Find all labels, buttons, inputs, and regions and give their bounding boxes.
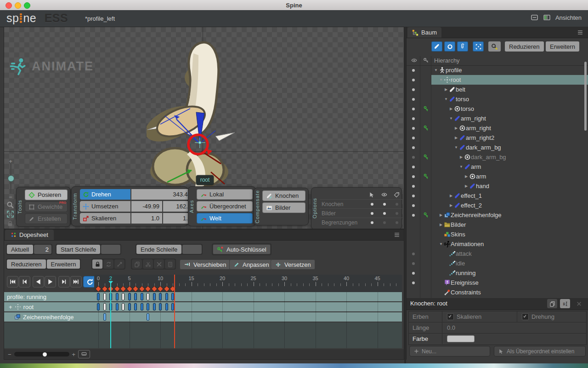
tree-row-arm[interactable]: ▼arm <box>407 162 588 172</box>
option-dot[interactable] <box>383 203 386 206</box>
animation-viewport[interactable]: ANIMATE root + − <box>4 27 404 229</box>
transport-play-back-button[interactable] <box>33 276 44 288</box>
color-swatch[interactable] <box>447 335 475 342</box>
option-dot[interactable] <box>383 221 386 224</box>
loop-start-field[interactable] <box>101 245 120 254</box>
keyframe[interactable] <box>141 303 143 310</box>
zoom-slider-handle[interactable] <box>8 175 14 182</box>
option-dot[interactable] <box>396 203 398 206</box>
tree-row-ereignisse[interactable]: Ereignisse <box>407 278 588 288</box>
option-dot[interactable] <box>371 221 373 224</box>
compensate-button-knochen[interactable]: Knochen <box>262 190 305 201</box>
expander-closed[interactable]: ▶ <box>443 87 449 92</box>
tree-row-bilder[interactable]: ▶Bilder <box>407 220 588 230</box>
tree-row-skins[interactable]: Skins <box>407 230 588 239</box>
collapse-button[interactable]: Reduzieren <box>7 259 46 269</box>
duplicate-button[interactable] <box>547 299 557 308</box>
tree-row-arm[interactable]: ▶arm <box>407 172 588 181</box>
transform-umsetzen-button[interactable]: Umsetzen <box>80 201 130 212</box>
move-keys-button[interactable]: Verschieben <box>180 259 231 270</box>
expand-button[interactable]: Erweitern <box>47 259 80 269</box>
keyframe[interactable] <box>116 303 119 310</box>
visibility-dot[interactable] <box>412 146 415 149</box>
tools-button-posieren[interactable]: Posieren <box>25 190 68 200</box>
option-dot[interactable] <box>371 212 373 215</box>
tree-row-belt[interactable]: ▶belt <box>407 85 588 94</box>
transport-skip-end-button[interactable] <box>70 276 82 288</box>
visibility-dot[interactable] <box>412 79 415 81</box>
expander-closed[interactable]: ▶ <box>438 223 444 227</box>
tree-row-hand[interactable]: ▶hand <box>407 181 588 191</box>
keyframe[interactable] <box>147 313 149 321</box>
visibility-dot[interactable] <box>412 262 415 265</box>
keyframe[interactable] <box>103 313 106 321</box>
current-frame-field[interactable]: 2 <box>34 245 51 254</box>
zoom-out-button[interactable]: − <box>7 194 14 201</box>
keyframe[interactable] <box>165 293 168 300</box>
tree-row-dark_arm_bg[interactable]: ▼dark_arm_bg <box>407 143 588 152</box>
expander-closed[interactable]: ▶ <box>464 184 469 188</box>
delete-button[interactable] <box>154 259 164 269</box>
expander-open[interactable]: ▼ <box>438 78 444 82</box>
tree-row-root[interactable]: ▼root <box>407 75 588 85</box>
window-icon[interactable] <box>531 14 538 21</box>
axes-button-lokal[interactable]: Lokal <box>197 189 253 200</box>
keyframe[interactable] <box>134 293 137 300</box>
tree-expand-button[interactable]: Erweitern <box>546 41 579 52</box>
tree-row-dark_arm_bg[interactable]: ▶dark_arm_bg <box>407 152 588 162</box>
expander-open[interactable]: ▼ <box>438 242 444 246</box>
tree-row-arm_right[interactable]: ▼arm_right <box>407 114 588 123</box>
transform-skalieren-button[interactable]: Skalieren <box>80 213 130 224</box>
loop-start-button[interactable]: Start Schleife <box>57 245 100 254</box>
transport-play-forward-button[interactable] <box>45 276 56 288</box>
tree-row-arm_right2[interactable]: ▶arm_right2 <box>407 133 588 143</box>
axes-button-welt[interactable]: Welt <box>197 213 253 224</box>
timeline-empty-area[interactable] <box>4 322 402 348</box>
tree-row-torso[interactable]: ▶torso <box>407 104 588 114</box>
visibility-dot[interactable] <box>412 156 415 159</box>
filter-attachments-button[interactable] <box>457 41 468 52</box>
lock-icon[interactable] <box>7 220 13 227</box>
set-parent-button[interactable]: Als Übergeordnet einstellen <box>494 346 586 356</box>
visibility-dot[interactable] <box>412 195 415 197</box>
tree-row-animationen[interactable]: ▼Animationen <box>407 239 588 249</box>
visibility-dot[interactable] <box>412 185 415 188</box>
transform-drehen-button[interactable]: Drehen <box>80 189 130 200</box>
visibility-dot[interactable] <box>412 108 415 110</box>
copy-button[interactable] <box>132 259 142 269</box>
keyframe[interactable] <box>147 293 149 300</box>
keyframe[interactable] <box>122 293 124 300</box>
fit-view-icon[interactable] <box>6 210 14 218</box>
visibility-dot[interactable] <box>412 127 415 130</box>
tools-button-gewichte[interactable]: GewichtePRO <box>25 201 68 212</box>
transform-drehen-value-0[interactable]: 343.44 <box>131 189 194 200</box>
keyframe[interactable] <box>103 303 106 310</box>
keyframe[interactable] <box>103 293 106 300</box>
keyframe[interactable] <box>165 303 168 310</box>
visibility-dot[interactable] <box>412 214 415 217</box>
tree-menu-icon[interactable] <box>577 29 583 35</box>
ruler-toggle-button[interactable] <box>78 350 90 358</box>
expander-open[interactable]: ▼ <box>443 97 449 101</box>
close-panel-button[interactable] <box>574 299 584 308</box>
keyframe[interactable] <box>141 293 143 300</box>
tree-row-constraints[interactable]: Constraints <box>407 288 588 297</box>
tree-collapse-button[interactable]: Reduzieren <box>505 41 544 52</box>
frame-selection-button[interactable] <box>473 41 484 52</box>
visibility-dot[interactable] <box>412 282 415 284</box>
tree-row-idle[interactable]: idle <box>407 259 588 268</box>
expander-closed[interactable]: ▶ <box>448 107 454 111</box>
expander-closed[interactable]: ▶ <box>453 136 459 140</box>
transform-skalieren-value-0[interactable]: 1.0 <box>131 213 162 224</box>
expander-open[interactable]: ▼ <box>453 145 459 150</box>
tree-row-attack[interactable]: attack <box>407 249 588 259</box>
tree-row-profile[interactable]: ▼profile <box>407 65 588 75</box>
autokey-button[interactable]: Auto-Schlüssel <box>213 244 271 254</box>
visibility-dot[interactable] <box>412 137 415 139</box>
keyframe[interactable] <box>153 303 156 310</box>
timeline-row-2[interactable]: Zeichenreihenfolge <box>4 312 402 322</box>
paste-button[interactable] <box>165 259 175 269</box>
tree-row-torso[interactable]: ▼torso <box>407 94 588 104</box>
magnifier-icon[interactable] <box>6 201 14 209</box>
visibility-dot[interactable] <box>412 253 415 255</box>
